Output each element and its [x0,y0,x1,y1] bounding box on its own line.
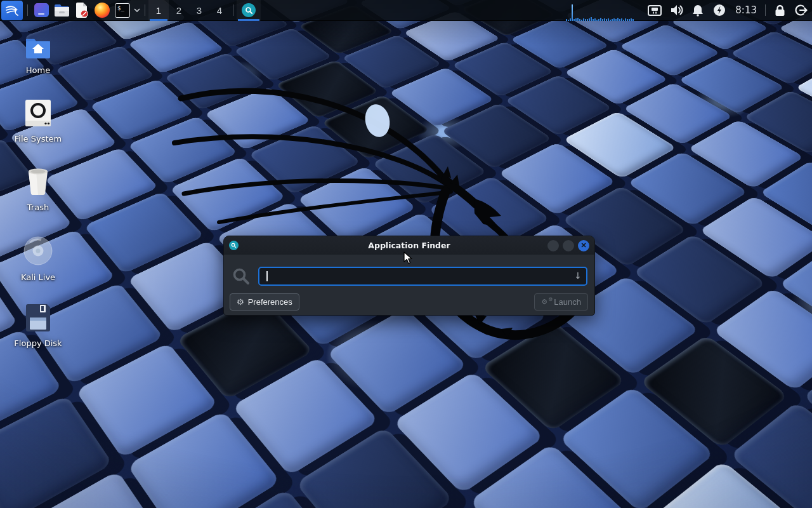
desktop-icon-file-system[interactable]: File System [5,99,71,144]
cpu-bar [623,20,624,21]
desktop-icon-home[interactable]: Home [5,36,71,75]
cpu-bar [613,18,615,20]
cpu-bar [600,18,601,20]
cpu-bar [589,18,590,20]
panel-separator [27,4,28,16]
cpu-bar [602,19,603,20]
application-finder-window: Application Finder ✕ ↓ ⚙ Preferences ⚙⚙ … [223,236,595,316]
cpu-bar [575,18,577,20]
desktop-icon-label: Floppy Disk [5,338,71,348]
cpu-bar [593,19,594,20]
launch-button[interactable]: ⚙⚙ Launch [534,293,588,311]
cpu-bar [594,18,596,20]
cpu-bar [612,19,613,21]
text-editor-launcher[interactable] [72,0,92,21]
preferences-button[interactable]: ⚙ Preferences [230,293,299,311]
gear-icon: ⚙ [237,297,244,307]
text-editor-icon [75,3,89,18]
terminal-dropdown-button[interactable] [133,0,141,21]
terminal-icon: $_ [115,3,130,18]
workspace-2[interactable]: 2 [169,0,189,21]
cpu-bar [587,19,588,20]
taskbar-application-finder[interactable] [237,0,261,21]
home-folder-icon [25,36,51,58]
cpu-bar [568,20,569,21]
ethernet-icon [648,5,662,16]
top-panel: $_ 1 2 3 4 [0,0,812,21]
optical-disc-icon [23,236,53,265]
cpu-bar [591,17,592,20]
chevron-down-icon [134,8,140,12]
desktop-window-icon [34,3,49,17]
minimize-button[interactable] [547,240,559,251]
window-title: Application Finder [224,241,594,250]
desktop-icon-label: Home [5,65,71,75]
cpu-bar [598,19,599,21]
desktop-icon-kali-live[interactable]: Kali Live [5,236,71,282]
desktop-icon-floppy-disk[interactable]: Floppy Disk [5,304,71,348]
network-tray-button[interactable] [644,0,665,21]
search-icon [232,267,250,285]
firefox-icon [95,3,110,18]
logout-icon [795,4,808,16]
lock-screen-button[interactable] [769,0,790,21]
firefox-launcher[interactable] [92,0,112,21]
panel-separator [765,4,766,16]
trash-can-icon [25,166,51,196]
applications-menu-button[interactable] [1,1,23,20]
search-field-wrapper: ↓ [258,267,587,286]
cpu-bar [577,18,579,21]
cpu-bar [625,18,626,21]
cpu-bar [606,19,607,20]
cpu-bar [629,19,630,20]
launch-label: Launch [554,297,581,307]
power-manager-tray-button[interactable] [709,0,730,21]
workspace-3[interactable]: 3 [189,0,209,21]
maximize-button[interactable] [563,240,574,251]
application-finder-icon [242,3,256,17]
cpu-bar [573,19,575,20]
close-button[interactable]: ✕ [578,240,589,251]
preferences-label: Preferences [248,297,292,307]
notifications-tray-button[interactable] [687,0,709,21]
gear-small-icon: ⚙ [548,297,553,302]
file-manager-icon [54,4,70,17]
panel-separator [145,4,145,16]
cpu-bar [615,19,617,20]
gear-icon: ⚙ [541,298,547,306]
workspace-1[interactable]: 1 [148,0,169,21]
workspace-4[interactable]: 4 [209,0,230,21]
desktop-icon-trash[interactable]: Trash [5,166,71,212]
cpu-bar [627,19,628,21]
cpu-bar [566,19,567,21]
logout-button[interactable] [790,0,812,21]
cpu-bar [581,20,582,21]
kali-logo-icon [5,3,19,17]
terminal-launcher[interactable]: $_ [112,0,133,21]
cpu-bar [610,20,611,21]
workspace-switcher: 1 2 3 4 [148,0,230,21]
volume-tray-button[interactable] [665,0,687,21]
cpu-bar [608,18,609,21]
file-manager-launcher[interactable] [51,0,72,21]
titlebar[interactable]: Application Finder ✕ [224,236,594,255]
cpu-bar [583,18,584,21]
cpu-bar [621,18,622,20]
desktop-icon-label: File System [5,134,71,144]
clock[interactable]: 8:13 [730,4,762,16]
hard-drive-icon [25,99,51,127]
lock-icon [775,4,785,17]
desktop-icon-label: Trash [5,203,71,212]
panel-separator [233,4,233,16]
cpu-bar [604,18,605,20]
show-desktop-launcher[interactable] [31,0,51,21]
cpu-bar [632,19,634,20]
text-caret [266,271,268,281]
cpu-bar [585,19,586,21]
desktop-icon-label: Kali Live [5,272,71,282]
cpu-graph[interactable] [565,0,644,21]
cpu-bar [570,18,571,21]
cpu-bar [631,18,632,20]
search-input[interactable] [258,267,587,286]
power-bolt-icon [713,4,726,17]
